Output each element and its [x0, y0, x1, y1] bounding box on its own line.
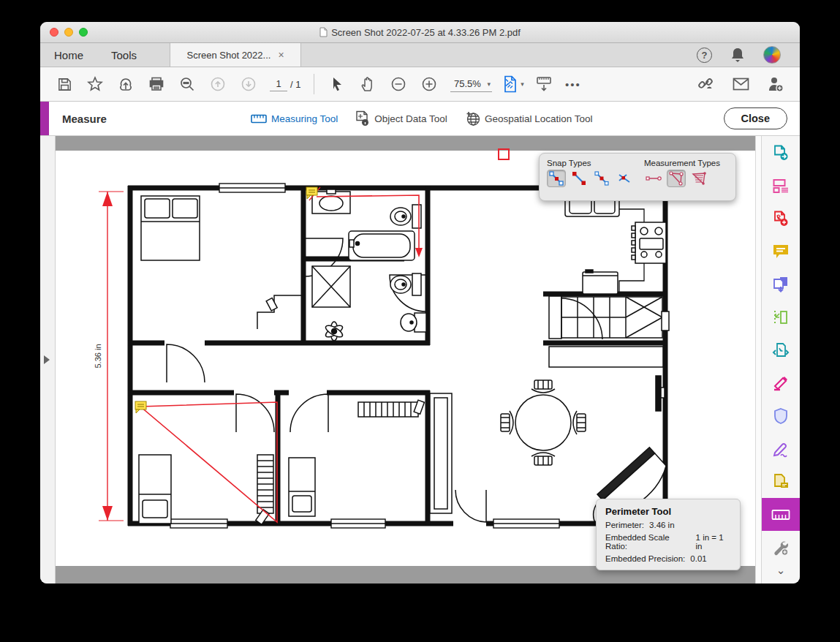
share-link-button[interactable]	[692, 71, 719, 97]
close-window-button[interactable]	[50, 28, 58, 37]
object-data-icon	[355, 110, 370, 126]
sidebar-optimize-pdf-button[interactable]	[762, 333, 800, 366]
fit-page-dropdown[interactable]: ▾	[499, 71, 527, 97]
perimeter-tool-button[interactable]	[667, 170, 686, 187]
sidebar-protect-button[interactable]	[762, 399, 800, 432]
geospatial-tool-label: Geospatial Location Tool	[485, 113, 593, 124]
close-tab-icon[interactable]: ×	[278, 50, 284, 60]
tab-tools[interactable]: Tools	[97, 43, 151, 67]
search-button[interactable]	[173, 71, 201, 97]
search-icon	[179, 76, 195, 92]
precision-label: Embedded Precision:	[605, 554, 685, 563]
more-tools-ellipsis-button[interactable]: •••	[565, 78, 581, 91]
wrench-add-icon	[772, 539, 790, 556]
user-avatar[interactable]	[763, 46, 781, 64]
sidebar-combine-files-button[interactable]	[762, 268, 800, 301]
dimension-label: 5.36 in	[94, 344, 102, 368]
measuring-toolbar-toggle-button[interactable]	[530, 71, 558, 97]
perimeter-tooltip: Perimeter Tool Perimeter: 3.46 in Embedd…	[596, 499, 741, 570]
create-pdf-icon	[772, 210, 790, 227]
measuring-tool-button[interactable]: Measuring Tool	[251, 113, 338, 124]
plus-circle-icon	[421, 76, 437, 92]
measuring-ruler-icon	[251, 114, 267, 124]
sidebar-fill-sign-button[interactable]	[762, 432, 800, 465]
sidebar-organize-pages-button[interactable]	[762, 169, 800, 202]
document-area[interactable]: 5.36 in	[40, 136, 761, 584]
zoom-level-dropdown[interactable]: 75.5% ▾	[450, 76, 492, 92]
main-toolbar: 1 / 1 75.5% ▾	[40, 67, 800, 102]
dimension-annotation[interactable]: 5.36 in	[94, 192, 124, 521]
hand-tool-button[interactable]	[354, 71, 382, 97]
sidebar-measure-button[interactable]	[762, 498, 800, 531]
toolbar-divider	[314, 74, 314, 94]
sidebar-request-signatures-button[interactable]	[762, 465, 800, 498]
save-icon	[57, 77, 72, 92]
select-tool-button[interactable]	[323, 71, 351, 97]
snap-to-midpoints-button[interactable]	[592, 170, 611, 187]
sidebar-edit-crop-button[interactable]	[762, 301, 800, 333]
tab-document[interactable]: Screen Shot 2022... ×	[170, 43, 301, 67]
sidebar-scroll-down-chevron-icon[interactable]: ⌄	[776, 564, 786, 575]
distance-tool-button[interactable]	[644, 170, 663, 187]
share-with-people-button[interactable]	[762, 71, 790, 97]
tab-bar-right: ?	[697, 43, 800, 67]
precision-value: 0.01	[690, 554, 706, 563]
arrow-up-circle-icon	[210, 76, 226, 92]
perimeter-value: 3.46 in	[649, 521, 675, 529]
tab-document-label: Screen Shot 2022...	[186, 50, 270, 61]
snap-to-endpoints-button[interactable]	[570, 170, 589, 187]
zoom-level-value: 75.5%	[452, 78, 483, 89]
sidebar-more-tools-button[interactable]	[762, 531, 800, 564]
object-data-tool-label: Object Data Tool	[374, 113, 447, 124]
area-tool-button[interactable]	[689, 170, 708, 187]
minimize-window-button[interactable]	[64, 28, 73, 37]
close-measure-button[interactable]: Close	[724, 107, 788, 129]
notifications-bell-icon[interactable]	[730, 47, 745, 63]
sidebar-export-pdf-button[interactable]	[762, 136, 800, 169]
snap-to-paths-button[interactable]	[547, 170, 566, 187]
share-upload-button[interactable]	[112, 71, 140, 97]
comment-note-icon[interactable]	[135, 401, 146, 413]
sidebar-edit-pdf-button[interactable]	[762, 366, 800, 399]
geospatial-location-tool-button[interactable]: Geospatial Location Tool	[465, 111, 593, 126]
tab-home[interactable]: Home	[40, 43, 97, 67]
tooltip-title: Perimeter Tool	[605, 506, 731, 517]
star-button[interactable]	[81, 71, 109, 97]
shield-icon	[773, 407, 789, 425]
sidebar-comment-button[interactable]	[762, 235, 800, 268]
snap-types-label: Snap Types	[547, 159, 634, 167]
link-icon	[697, 76, 714, 92]
next-page-button[interactable]	[235, 71, 262, 97]
vertical-scrollbar[interactable]	[755, 136, 761, 584]
previous-page-button[interactable]	[204, 71, 232, 97]
zoom-window-button[interactable]	[79, 28, 88, 37]
export-pdf-icon	[772, 144, 790, 162]
person-add-icon	[767, 76, 784, 92]
title-bar: Screen Shot 2022-07-25 at 4.33.26 PM 2.p…	[40, 22, 800, 43]
zoom-in-button[interactable]	[415, 71, 443, 97]
measure-cursor-marker[interactable]	[498, 148, 510, 160]
save-button[interactable]	[50, 71, 78, 97]
snap-to-intersections-button[interactable]	[615, 170, 634, 187]
crop-pages-icon	[772, 309, 790, 326]
print-button[interactable]	[143, 71, 170, 97]
minus-circle-icon	[390, 76, 406, 92]
expand-panel-handle-icon[interactable]	[44, 355, 50, 364]
window-controls	[50, 28, 88, 37]
window-title: Screen Shot 2022-07-25 at 4.33.26 PM 2.p…	[331, 27, 521, 38]
measure-toolbar: Measure Measuring Tool Object Data Tool	[40, 102, 800, 136]
send-email-button[interactable]	[727, 71, 754, 97]
object-data-tool-button[interactable]: Object Data Tool	[355, 110, 447, 126]
sidebar-create-pdf-button[interactable]	[762, 202, 800, 235]
help-icon[interactable]: ?	[697, 48, 712, 63]
snap-types-panel: Snap Types	[539, 153, 736, 201]
zoom-out-button[interactable]	[385, 71, 412, 97]
document-icon	[319, 27, 328, 37]
page-number-input[interactable]: 1	[270, 77, 287, 91]
snap-endpoints-icon	[572, 171, 586, 186]
toolbar-right-group	[690, 71, 791, 97]
geospatial-globe-icon	[465, 111, 480, 126]
star-icon	[87, 76, 103, 92]
snap-types-group: Snap Types	[547, 159, 634, 195]
measure-tools-group: Measuring Tool Object Data Tool	[251, 102, 592, 135]
